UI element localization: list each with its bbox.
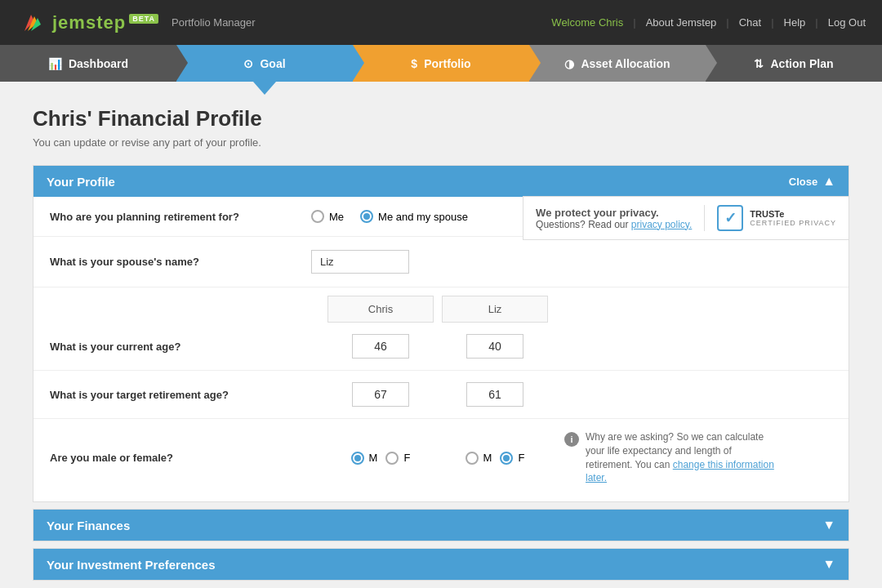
gender-info-box: i Why are we asking? So we can calculate… — [564, 430, 777, 485]
chevron-down-icon: ▼ — [822, 518, 835, 532]
liz-retirement-age-cell — [442, 382, 548, 407]
liz-female-label: F — [518, 452, 524, 464]
column-headers: Chris Liz — [327, 296, 832, 323]
chevron-down-icon-2: ▼ — [822, 557, 835, 572]
chris-retirement-age-input[interactable] — [352, 382, 409, 407]
about-link[interactable]: About Jemstep — [646, 16, 717, 29]
chris-male-label: M — [369, 452, 378, 464]
chris-gender-cell: M F — [327, 452, 434, 465]
retirement-age-row: What is your target retirement age? — [33, 371, 849, 419]
me-spouse-label: Me and my spouse — [378, 211, 468, 223]
logout-link[interactable]: Log Out — [828, 16, 866, 29]
retirement-for-controls: Me Me and my spouse — [311, 210, 468, 223]
your-profile-title: Your Profile — [47, 175, 115, 189]
close-button[interactable]: Close ▲ — [789, 174, 835, 189]
chat-link[interactable]: Chat — [739, 16, 761, 29]
chris-male-option[interactable]: M — [351, 452, 378, 465]
chris-female-label: F — [403, 452, 410, 464]
grid-header-area: Chris Liz — [33, 287, 849, 323]
truste-name: TRUSTe — [750, 209, 836, 219]
chris-male-radio[interactable] — [351, 452, 364, 465]
liz-current-age-input[interactable] — [466, 334, 523, 359]
chris-column-header: Chris — [327, 296, 434, 323]
your-finances-header[interactable]: Your Finances ▼ — [33, 510, 849, 541]
liz-gender-cell: M F — [442, 452, 548, 465]
nav-action-plan[interactable]: ⇅ Action Plan — [706, 45, 882, 82]
nav-bar: 📊 Dashboard ⊙ Goal $ Portfolio ◑ Asset A… — [0, 45, 882, 82]
spouse-name-row: What is your spouse's name? — [33, 237, 849, 287]
current-age-controls — [327, 334, 548, 359]
your-profile-body: Who are you planning retirement for? Me … — [33, 197, 849, 501]
your-finances-title: Your Finances — [47, 519, 130, 532]
nav-portfolio-label: Portfolio — [424, 57, 471, 70]
chris-retirement-age-cell — [327, 382, 434, 407]
nav-asset-allocation-label: Asset Allocation — [581, 57, 670, 70]
logo-icon — [16, 8, 46, 38]
welcome-link[interactable]: Welcome Chris — [551, 16, 623, 29]
liz-female-option[interactable]: F — [500, 452, 524, 465]
retirement-age-label: What is your target retirement age? — [50, 389, 327, 401]
gender-row: Are you male or female? M F — [33, 419, 849, 501]
chris-age-cell — [327, 334, 434, 359]
chris-current-age-input[interactable] — [352, 334, 409, 359]
liz-retirement-age-input[interactable] — [466, 382, 523, 407]
chart-icon: 📊 — [48, 57, 62, 70]
liz-male-label: M — [483, 452, 492, 464]
gender-controls: M F M — [327, 452, 548, 465]
page-title: Chris' Financial Profile — [33, 106, 849, 131]
spouse-name-controls — [311, 250, 409, 274]
close-label: Close — [789, 176, 817, 188]
nav-dashboard[interactable]: 📊 Dashboard — [0, 45, 176, 82]
me-option[interactable]: Me — [311, 210, 344, 223]
liz-male-option[interactable]: M — [466, 452, 492, 465]
nav-goal[interactable]: ⊙ Goal — [176, 45, 353, 82]
nav-goal-label: Goal — [260, 57, 285, 70]
privacy-banner: We protect your privacy. Questions? Read… — [523, 196, 849, 240]
retirement-for-label: Who are you planning retirement for? — [50, 211, 311, 223]
nav-asset-allocation[interactable]: ◑ Asset Allocation — [529, 45, 706, 82]
your-investment-section: Your Investment Preferences ▼ — [33, 548, 849, 581]
app-name: jemstepBETA — [52, 12, 158, 33]
logo-area: jemstepBETA Portfolio Manager — [16, 8, 256, 38]
privacy-heading: We protect your privacy. — [536, 207, 692, 219]
liz-male-radio[interactable] — [466, 452, 479, 465]
your-profile-header[interactable]: Your Profile Close ▲ — [33, 166, 849, 197]
privacy-policy-link[interactable]: privacy policy. — [631, 219, 692, 230]
privacy-question: Questions? Read our privacy policy. — [536, 219, 692, 230]
current-age-label: What is your current age? — [50, 341, 327, 353]
your-investment-title: Your Investment Preferences — [47, 558, 215, 572]
me-radio[interactable] — [311, 210, 324, 223]
me-spouse-radio[interactable] — [360, 210, 373, 223]
dollar-icon: $ — [411, 57, 417, 70]
your-investment-header[interactable]: Your Investment Preferences ▼ — [33, 549, 849, 580]
info-icon: i — [564, 432, 579, 447]
retirement-age-controls — [327, 382, 548, 407]
liz-column-header: Liz — [442, 296, 548, 323]
truste-text-area: TRUSTe CERTIFIED PRIVACY — [750, 209, 836, 227]
spouse-name-input[interactable] — [311, 250, 409, 274]
portfolio-manager-label: Portfolio Manager — [172, 16, 256, 29]
pie-icon: ◑ — [564, 57, 574, 70]
privacy-text-area: We protect your privacy. Questions? Read… — [536, 207, 692, 230]
gender-label: Are you male or female? — [50, 452, 327, 464]
help-link[interactable]: Help — [784, 16, 806, 29]
truste-sub: CERTIFIED PRIVACY — [750, 219, 836, 227]
info-text-content: Why are we asking? So we can calculate y… — [586, 430, 777, 485]
me-spouse-option[interactable]: Me and my spouse — [360, 210, 468, 223]
page-subtitle: You can update or revise any part of you… — [33, 136, 849, 149]
truste-area: ✓ TRUSTe CERTIFIED PRIVACY — [704, 205, 836, 231]
truste-logo: ✓ — [717, 205, 743, 231]
header-navigation: Welcome Chris | About Jemstep | Chat | H… — [551, 16, 866, 29]
liz-female-radio[interactable] — [500, 452, 513, 465]
current-age-row: What is your current age? — [33, 323, 849, 371]
your-finances-section: Your Finances ▼ — [33, 509, 849, 541]
liz-age-cell — [442, 334, 548, 359]
app-header: jemstepBETA Portfolio Manager Welcome Ch… — [0, 0, 882, 45]
nav-dashboard-label: Dashboard — [69, 57, 128, 70]
chevron-up-icon: ▲ — [822, 174, 835, 189]
nav-portfolio[interactable]: $ Portfolio — [353, 45, 529, 82]
me-label: Me — [329, 211, 344, 223]
target-icon: ⊙ — [243, 57, 253, 70]
chris-female-radio[interactable] — [385, 452, 399, 465]
chris-female-option[interactable]: F — [385, 452, 410, 465]
